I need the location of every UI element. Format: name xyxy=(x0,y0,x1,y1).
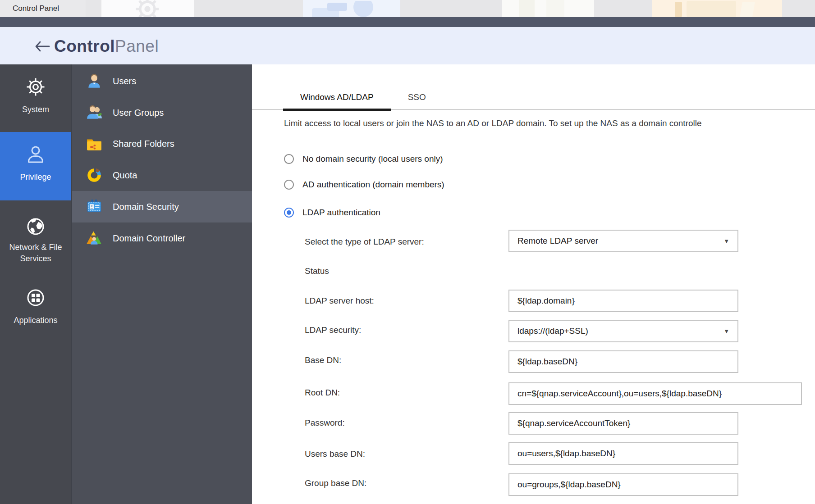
base-dn-input[interactable] xyxy=(508,350,738,373)
tab-windows-ad-ldap[interactable]: Windows AD/LDAP xyxy=(283,92,391,111)
base-dn-label: Base DN: xyxy=(305,355,341,366)
page-title: ControlPanel xyxy=(54,37,159,56)
taskbar-tab-label: Control Panel xyxy=(13,4,59,13)
menu-item-label: Domain Controller xyxy=(113,233,185,244)
radio-label: No domain security (local users only) xyxy=(302,154,443,164)
control-panel-window: Control Panel xyxy=(0,0,815,504)
radio-no-domain-security[interactable]: No domain security (local users only) xyxy=(284,153,443,165)
radio-icon[interactable] xyxy=(284,154,294,164)
sidebar-item-system[interactable]: System xyxy=(0,73,71,126)
ldap-security-dropdown[interactable]: ldaps://(ldap+SSL) ▼ xyxy=(508,320,738,342)
window-preview-settings[interactable] xyxy=(101,0,194,17)
back-arrow-icon xyxy=(34,41,50,52)
radio-label: AD authentication (domain members) xyxy=(302,180,444,190)
menu-item-shared-folders[interactable]: Shared Folders xyxy=(72,128,253,159)
root-dn-input[interactable] xyxy=(508,382,802,405)
shared-folder-icon xyxy=(86,135,103,152)
taskbar: Control Panel xyxy=(0,0,815,17)
sidebar-item-label: Network & File Services xyxy=(2,242,69,264)
window-preview-files[interactable] xyxy=(303,0,400,17)
group-base-dn-label: Group base DN: xyxy=(305,478,366,489)
radio-label: LDAP authentication xyxy=(302,208,380,218)
radio-ldap-authentication[interactable]: LDAP authentication xyxy=(284,207,380,218)
chevron-down-icon: ▼ xyxy=(723,238,729,245)
menu-item-label: Shared Folders xyxy=(113,139,174,149)
menu-item-quota[interactable]: Quota xyxy=(72,159,253,191)
radio-icon[interactable] xyxy=(284,208,294,218)
gear-ghost-icon xyxy=(133,0,162,17)
menu-item-label: Domain Security xyxy=(113,202,179,212)
users-base-dn-input[interactable] xyxy=(508,442,738,465)
user-icon xyxy=(25,144,46,165)
users-base-dn-label: Users base DN: xyxy=(305,449,365,459)
ldap-type-value: Remote LDAP server xyxy=(517,236,598,246)
menu-item-users[interactable]: Users xyxy=(72,65,253,97)
folder-ghost-icon xyxy=(670,1,769,17)
menu-item-domain-controller[interactable]: Domain Controller xyxy=(72,222,253,254)
menu-item-domain-security[interactable]: Domain Security xyxy=(72,191,253,222)
menu-item-label: User Groups xyxy=(113,108,164,118)
back-button[interactable] xyxy=(32,40,52,54)
ldap-security-value: ldaps://(ldap+SSL) xyxy=(517,326,588,336)
category-sidebar: System Privilege Network & File Services xyxy=(0,64,71,504)
ldap-type-label: Select the type of LDAP server: xyxy=(305,236,424,247)
ldap-server-host-label: LDAP server host: xyxy=(305,295,374,306)
sidebar-item-privilege[interactable]: Privilege xyxy=(0,132,71,200)
sidebar-item-label: System xyxy=(22,104,49,115)
menu-item-label: Quota xyxy=(113,170,137,181)
root-dn-label: Root DN: xyxy=(305,387,340,398)
gear-icon xyxy=(25,76,46,98)
sidebar-item-network-file-services[interactable]: Network & File Services xyxy=(0,213,71,267)
page-description: Limit access to local users or join the … xyxy=(284,118,815,128)
app-header: ControlPanel xyxy=(0,27,815,64)
window-preview-folder[interactable] xyxy=(652,0,782,17)
status-label: Status xyxy=(305,266,329,277)
tab-sso[interactable]: SSO xyxy=(391,92,443,111)
taskbar-tab-control-panel[interactable]: Control Panel xyxy=(0,0,86,17)
ldap-server-host-input[interactable] xyxy=(508,290,738,312)
sidebar-item-label: Applications xyxy=(14,315,57,326)
page-title-light: Panel xyxy=(115,37,159,55)
tab-bar: Windows AD/LDAP SSO xyxy=(252,64,815,110)
sidebar-item-label: Privilege xyxy=(20,172,51,183)
ldap-type-dropdown[interactable]: Remote LDAP server ▼ xyxy=(508,230,738,252)
chevron-down-icon: ▼ xyxy=(723,328,729,335)
domain-security-panel: Windows AD/LDAP SSO Limit access to loca… xyxy=(252,64,815,504)
window-title-bar xyxy=(0,17,815,27)
password-label: Password: xyxy=(305,418,345,428)
privilege-menu: Users User Groups xyxy=(71,64,252,504)
globe-icon xyxy=(25,216,46,237)
domain-controller-icon xyxy=(86,230,103,247)
sidebar-item-applications[interactable]: Applications xyxy=(0,284,71,338)
quota-donut-icon xyxy=(86,167,103,184)
ldap-security-label: LDAP security: xyxy=(305,325,361,336)
group-base-dn-input[interactable] xyxy=(508,473,738,496)
user-icon xyxy=(86,73,103,90)
radio-ad-authentication[interactable]: AD authentication (domain members) xyxy=(284,179,444,191)
menu-item-label: Users xyxy=(113,76,136,86)
files-ghost-icon xyxy=(309,1,395,17)
menu-item-user-groups[interactable]: User Groups xyxy=(72,97,253,128)
user-groups-icon xyxy=(86,104,103,121)
password-input[interactable] xyxy=(508,412,738,435)
window-preview-document[interactable] xyxy=(502,0,594,17)
page-title-bold: Control xyxy=(54,37,115,55)
apps-grid-icon xyxy=(25,287,46,309)
radio-icon[interactable] xyxy=(284,180,294,190)
document-ghost-icon xyxy=(511,0,588,17)
id-badge-icon xyxy=(86,198,103,215)
